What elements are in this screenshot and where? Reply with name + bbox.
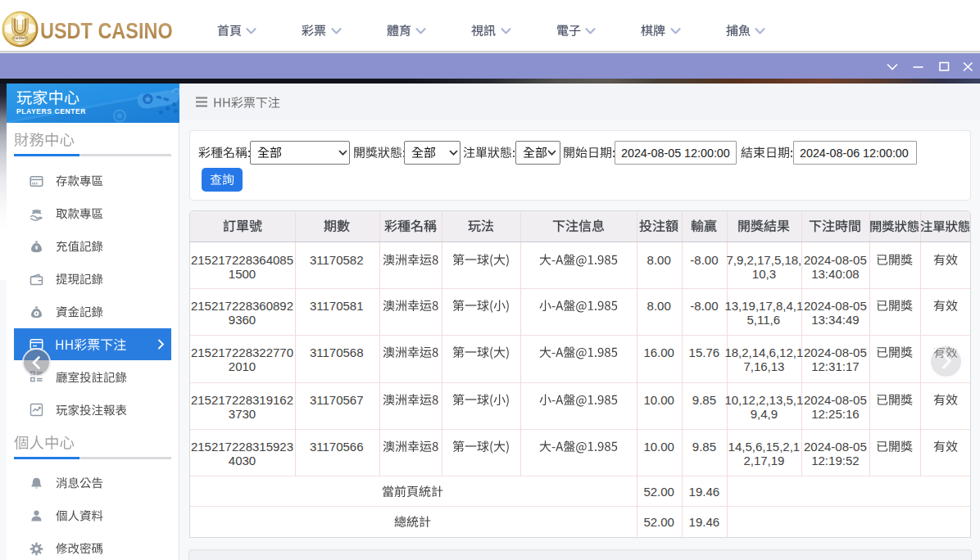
svg-text:¥: ¥ bbox=[35, 244, 39, 250]
svg-text:CASINO: CASINO bbox=[13, 36, 27, 40]
